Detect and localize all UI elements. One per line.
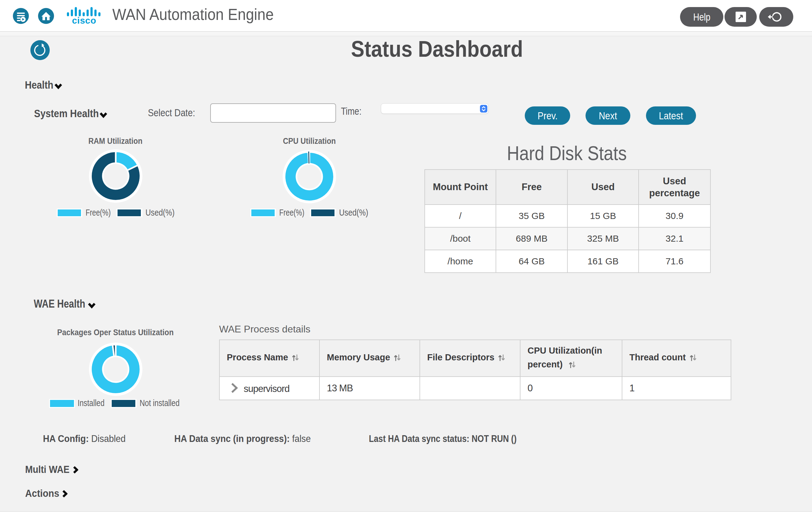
svg-text:cisco: cisco xyxy=(72,15,96,25)
